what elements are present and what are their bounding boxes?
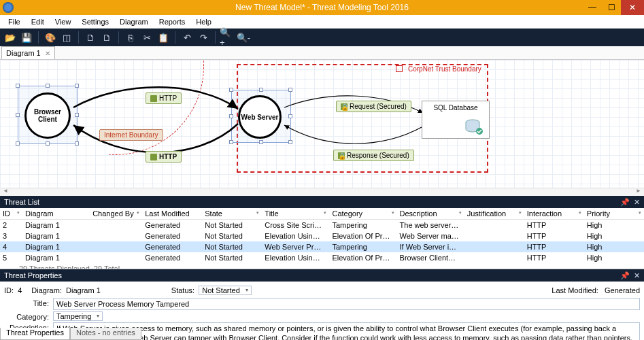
table-row[interactable]: 5Diagram 1GeneratedNot StartedElevation … bbox=[0, 252, 644, 263]
threat-list-footer: 29 Threats Displayed, 29 Total bbox=[0, 263, 644, 269]
cut-icon[interactable]: ✂ bbox=[139, 30, 154, 45]
tab-label: Diagram 1 bbox=[6, 49, 41, 57]
title-bar: New Threat Model* - Threat Modeling Tool… bbox=[0, 0, 644, 15]
menu-bar: File Edit View Settings Diagram Reports … bbox=[0, 15, 644, 29]
zoom-in-icon[interactable]: 🔍+ bbox=[220, 30, 235, 45]
window-title: New Threat Model* - Threat Modeling Tool… bbox=[0, 3, 644, 12]
close-panel-icon[interactable]: ✕ bbox=[634, 271, 640, 280]
diagram-canvas[interactable]: CorpNet Trust Boundary bbox=[0, 60, 644, 188]
pin-icon[interactable]: 📌 bbox=[620, 271, 630, 280]
tab-diagram-1[interactable]: Diagram 1 ✕ bbox=[1, 46, 55, 59]
col-changed-by[interactable]: Changed By▾ bbox=[90, 208, 142, 220]
threat-properties-title: Threat Properties bbox=[4, 271, 62, 279]
toolbar: 📂 💾 🎨 ◫ 🗋 🗋 ⎘ ✂ 📋 ↶ ↷ 🔍+ 🔍- bbox=[0, 29, 644, 46]
database-icon bbox=[464, 119, 484, 135]
table-row[interactable]: 3Diagram 1GeneratedNot StartedElevation … bbox=[0, 231, 644, 241]
tab-notes[interactable]: Notes - no entries bbox=[70, 328, 141, 340]
col-priority[interactable]: Priority▾ bbox=[584, 208, 644, 220]
close-button[interactable]: ✕ bbox=[621, 0, 644, 15]
open-icon[interactable]: 📂 bbox=[3, 30, 18, 45]
http-label-1[interactable]: HTTP bbox=[146, 92, 182, 104]
zoom-out-icon[interactable]: 🔍- bbox=[236, 30, 251, 45]
paste-icon[interactable]: 📋 bbox=[156, 30, 171, 45]
bottom-tabstrip: Threat Properties Notes - no entries bbox=[0, 328, 141, 340]
diagram-tabstrip: Diagram 1 ✕ bbox=[0, 46, 644, 60]
internet-boundary-label[interactable]: Internet Boundary bbox=[99, 129, 163, 141]
minimize-button[interactable]: — bbox=[583, 0, 602, 15]
menu-help[interactable]: Help bbox=[190, 16, 217, 27]
maximize-button[interactable]: ☐ bbox=[602, 0, 621, 15]
prop-diagram-value: Diagram 1 bbox=[66, 286, 101, 294]
new-page-icon[interactable]: 🗋 bbox=[83, 30, 98, 45]
lock-icon: 🔒 bbox=[338, 152, 345, 159]
status-select[interactable]: Not Started bbox=[199, 286, 252, 295]
redo-icon[interactable]: ↷ bbox=[196, 30, 211, 45]
tab-threat-properties[interactable]: Threat Properties bbox=[0, 328, 70, 340]
menu-file[interactable]: File bbox=[3, 16, 26, 27]
template-icon[interactable]: ◫ bbox=[59, 30, 74, 45]
sql-database-node[interactable]: SQL Database bbox=[422, 101, 490, 139]
menu-reports[interactable]: Reports bbox=[154, 16, 191, 27]
category-select[interactable]: Tampering bbox=[53, 311, 103, 321]
request-secured-label[interactable]: 🔒Request (Secured) bbox=[336, 101, 411, 112]
prop-id-value: 4 bbox=[18, 286, 22, 294]
threat-list-header: Threat List 📌✕ bbox=[0, 196, 644, 208]
app-icon bbox=[3, 2, 14, 13]
col-state[interactable]: State▾ bbox=[202, 208, 262, 220]
col-title[interactable]: Title▾ bbox=[262, 208, 329, 220]
close-panel-icon[interactable]: ✕ bbox=[634, 198, 640, 207]
menu-settings[interactable]: Settings bbox=[76, 16, 114, 27]
copy-icon[interactable]: ⎘ bbox=[123, 30, 138, 45]
grid-header-row: ID▾ Diagram Changed By▾ Last Modified St… bbox=[0, 208, 644, 220]
menu-view[interactable]: View bbox=[50, 16, 77, 27]
response-secured-label[interactable]: 🔒Response (Secured) bbox=[333, 150, 414, 161]
table-row[interactable]: 2Diagram 1GeneratedNot StartedCross Site… bbox=[0, 220, 644, 231]
threat-list-grid[interactable]: ID▾ Diagram Changed By▾ Last Modified St… bbox=[0, 208, 644, 269]
col-last-modified[interactable]: Last Modified bbox=[142, 208, 202, 220]
menu-edit[interactable]: Edit bbox=[26, 16, 50, 27]
browser-client-node[interactable]: Browser Client bbox=[24, 92, 71, 139]
col-justification[interactable]: Justification▾ bbox=[464, 208, 524, 220]
save-icon[interactable]: 💾 bbox=[19, 30, 34, 45]
col-category[interactable]: Category▾ bbox=[329, 208, 396, 220]
web-server-node[interactable]: Web Server bbox=[238, 95, 282, 139]
palette-icon[interactable]: 🎨 bbox=[43, 30, 58, 45]
close-tab-icon[interactable]: ✕ bbox=[45, 50, 50, 57]
corpnet-trust-label: CorpNet Trust Boundary bbox=[408, 65, 481, 73]
col-interaction[interactable]: Interaction▾ bbox=[524, 208, 584, 220]
prop-last-modified-value: Generated bbox=[605, 286, 640, 294]
menu-diagram[interactable]: Diagram bbox=[114, 16, 154, 27]
col-id[interactable]: ID▾ bbox=[0, 208, 22, 220]
title-input[interactable] bbox=[53, 298, 640, 310]
threat-properties-header: Threat Properties 📌✕ bbox=[0, 269, 644, 282]
col-diagram[interactable]: Diagram bbox=[22, 208, 90, 220]
table-row[interactable]: 4Diagram 1GeneratedNot StartedWeb Server… bbox=[0, 241, 644, 252]
col-description[interactable]: Description▾ bbox=[397, 208, 464, 220]
pin-icon[interactable]: 📌 bbox=[620, 198, 630, 207]
undo-icon[interactable]: ↶ bbox=[180, 30, 194, 45]
threat-list-title: Threat List bbox=[4, 198, 39, 206]
http-label-2[interactable]: HTTP bbox=[146, 151, 182, 163]
diagram-canvas-wrap: CorpNet Trust Boundary bbox=[0, 60, 644, 188]
delete-page-icon[interactable]: 🗋 bbox=[99, 30, 114, 45]
canvas-scroll[interactable] bbox=[0, 188, 644, 196]
corpnet-checkbox-icon[interactable] bbox=[396, 65, 403, 72]
lock-icon: 🔒 bbox=[341, 103, 348, 110]
